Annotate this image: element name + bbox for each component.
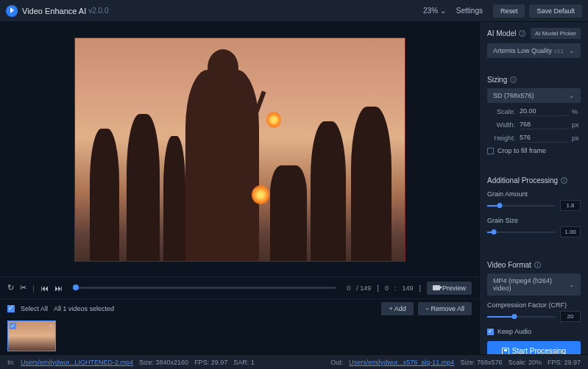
start-processing-button[interactable]: Start Processing xyxy=(487,341,581,354)
prev-frame-icon[interactable]: ⏮ xyxy=(40,284,49,293)
settings-link[interactable]: Settings xyxy=(456,7,483,15)
out-label: Out: xyxy=(330,359,343,366)
video-format-dropdown[interactable]: MP4 (mpeg4 (h264) video) xyxy=(487,273,581,295)
grain-size-slider[interactable] xyxy=(487,232,556,233)
output-size: Size: 768x576 xyxy=(460,359,502,366)
height-input[interactable] xyxy=(520,133,569,143)
remove-all-button[interactable]: − Remove All xyxy=(418,302,472,315)
total-frames: / 149 xyxy=(356,284,371,292)
output-scale: Scale: 20% xyxy=(508,359,542,366)
crop-label: Crop to fill frame xyxy=(497,147,546,154)
thumbnail-checkbox[interactable]: ✓ xyxy=(10,323,16,329)
divider-icon: | xyxy=(32,284,35,293)
input-fps: FPS: 29.97 xyxy=(194,359,227,366)
video-frame[interactable] xyxy=(74,37,405,262)
select-all-label[interactable]: Select All xyxy=(21,305,48,312)
info-icon[interactable]: i xyxy=(519,30,525,37)
keep-audio-label: Keep Audio xyxy=(497,328,531,335)
app-logo-icon xyxy=(6,5,18,17)
preview-button[interactable]: Preview xyxy=(427,282,472,295)
grain-amount-label: Grain Amount xyxy=(487,190,581,198)
crf-value[interactable]: 20 xyxy=(560,311,581,322)
info-icon[interactable]: i xyxy=(534,262,541,268)
video-thumbnail[interactable]: ✓ × xyxy=(7,320,56,351)
timeline-slider[interactable] xyxy=(73,287,336,289)
info-icon[interactable]: i xyxy=(561,177,567,184)
save-default-button[interactable]: Save Default xyxy=(529,4,582,18)
input-size: Size: 3840x2160 xyxy=(139,359,188,366)
current-frame: 0 xyxy=(347,284,350,292)
app-title: Video Enhance AI xyxy=(22,7,86,15)
scale-input[interactable] xyxy=(520,107,569,116)
app-version: v2.0.0 xyxy=(88,7,108,15)
keep-audio-checkbox[interactable] xyxy=(487,329,494,335)
in-label: In: xyxy=(7,359,15,366)
status-bar: In: Users/emilydwor...LIGHTENED-2.mp4 Si… xyxy=(0,354,588,369)
save-icon xyxy=(502,348,509,355)
preview-area xyxy=(0,22,479,276)
settings-sidebar: AI ModeliAI Model Picker Artemis Low Qua… xyxy=(479,22,588,354)
grain-amount-value[interactable]: 1.8 xyxy=(560,200,581,211)
playback-controls: ↻ ✂ | ⏮ ⏭ 0 / 149 [ 0 : 149 ] Preview xyxy=(0,276,479,298)
reset-button[interactable]: Reset xyxy=(493,4,525,18)
crop-checkbox[interactable] xyxy=(487,148,494,154)
ai-model-dropdown[interactable]: Artemis Low Qualityv11 xyxy=(487,43,581,58)
crf-label: Compression Factor (CRF) xyxy=(487,301,581,309)
input-path[interactable]: Users/emilydwor...LIGHTENED-2.mp4 xyxy=(21,359,133,366)
additional-processing-label: Additional Processing xyxy=(487,176,558,184)
camera-icon xyxy=(433,285,440,290)
output-fps: FPS: 29.97 xyxy=(548,359,581,366)
input-sar: SAR: 1 xyxy=(233,359,255,366)
range-start: 0 xyxy=(385,284,389,292)
width-input[interactable] xyxy=(520,120,569,129)
grain-size-label: Grain Size xyxy=(487,217,581,224)
select-all-checkbox[interactable] xyxy=(7,305,15,312)
zoom-dropdown[interactable]: 23% ⌄ xyxy=(423,7,446,15)
thumbnail-strip: ✓ × xyxy=(0,318,479,354)
grain-size-value[interactable]: 1.00 xyxy=(560,226,581,237)
next-frame-icon[interactable]: ⏭ xyxy=(54,284,63,293)
info-icon[interactable]: i xyxy=(510,76,517,83)
ai-model-label: AI Model xyxy=(487,29,516,37)
title-bar: Video Enhance AI v2.0.0 23% ⌄ Settings R… xyxy=(0,0,588,22)
model-picker-button[interactable]: AI Model Picker xyxy=(531,28,581,39)
add-button[interactable]: + Add xyxy=(381,302,413,315)
cut-icon[interactable]: ✂ xyxy=(20,283,26,293)
thumbnail-remove-icon[interactable]: × xyxy=(49,322,53,329)
sizing-label: Sizing xyxy=(487,76,507,84)
output-path[interactable]: Users/emilydwor...x576_alq-11.mp4 xyxy=(349,359,454,366)
sizing-preset-dropdown[interactable]: SD (768x576) xyxy=(487,88,581,103)
loop-icon[interactable]: ↻ xyxy=(7,283,14,293)
video-format-label: Video Format xyxy=(487,261,531,269)
selection-bar: Select All All 1 videos selected + Add −… xyxy=(0,298,479,318)
range-end: 149 xyxy=(402,284,413,292)
grain-amount-slider[interactable] xyxy=(487,205,556,207)
selection-info: All 1 videos selected xyxy=(54,305,114,312)
crf-slider[interactable] xyxy=(487,316,556,318)
